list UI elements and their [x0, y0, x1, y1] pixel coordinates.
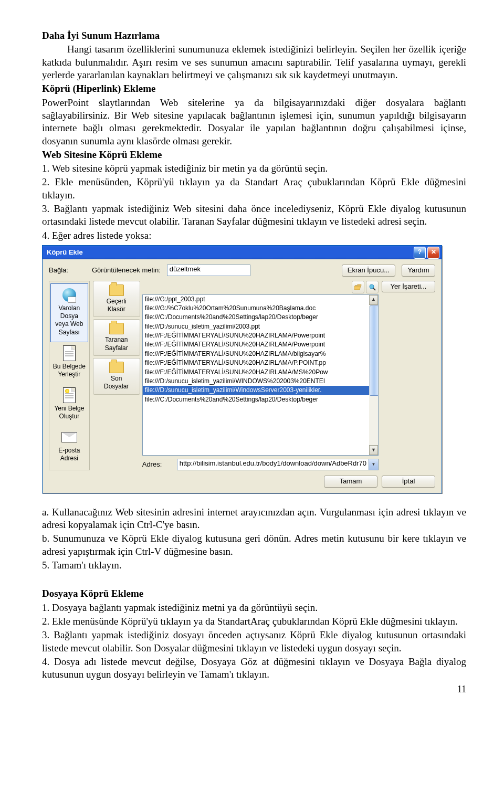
- nav-new-label: Yeni Belge Oluştur: [51, 405, 87, 421]
- list-item-b: b. Sunumunuza ve Köprü Ekle diyalog kutu…: [42, 532, 466, 558]
- file-list-row[interactable]: file:///G:/ppt_2003.ppt: [143, 295, 369, 304]
- ok-button[interactable]: Tamam: [324, 476, 377, 488]
- file-list-row[interactable]: file:///C:/Documents%20and%20Settings/la…: [143, 395, 369, 404]
- list-item-4: 4. Eğer adres listede yoksa:: [42, 229, 466, 242]
- nav-existing-label: Varolan Dosya veya Web Sayfası: [52, 304, 87, 336]
- heading-web-link: Web Sitesine Köprü Ekleme: [42, 149, 466, 161]
- bookmark-button[interactable]: Yer İşareti...: [382, 281, 435, 293]
- file-list-row[interactable]: file:///C:/Documents%20and%20Settings/la…: [143, 313, 369, 322]
- heading-better-presentation: Daha İyi Sunum Hazırlama: [42, 29, 466, 42]
- scroll-thumb[interactable]: [370, 305, 379, 396]
- file-list-row[interactable]: file:///F:/EĞİTİMMATERYALİ/SUNU%20HAZIRL…: [143, 331, 369, 340]
- current-folder-button[interactable]: Geçerli Klasör: [93, 281, 140, 318]
- help-text-button[interactable]: Yardım: [402, 265, 435, 277]
- globe-icon: [62, 288, 76, 302]
- link-to-label: Bağla:: [49, 266, 86, 275]
- address-dropdown-arrow[interactable]: ▼: [369, 459, 379, 470]
- file-list-row[interactable]: file:///F:/EĞİTİMMATERYALİ/SUNU%20HAZIRL…: [143, 358, 369, 367]
- file-list-item-2: 2. Ekle menüsünde Köprü'yü tıklayın ya d…: [42, 615, 466, 628]
- nav-email-label: E-posta Adresi: [51, 447, 87, 463]
- look-in-bar: Geçerli Klasör Taranan Sayfalar Son Dosy…: [93, 281, 140, 471]
- list-item-2: 2. Ekle menüsünden, Köprü'yü tıklayın ya…: [42, 176, 466, 202]
- scrollbar[interactable]: ▲ ▼: [369, 295, 378, 456]
- browse-file-button[interactable]: [352, 281, 364, 293]
- browse-web-button[interactable]: [366, 281, 379, 293]
- folder-open-icon: [354, 284, 362, 290]
- para-intro: Hangi tasarım özelliklerini sunumunuza e…: [42, 43, 466, 81]
- scroll-up-icon[interactable]: ▲: [369, 295, 378, 305]
- title-bar: Köprü Ekle ? ✕: [43, 246, 442, 259]
- address-input[interactable]: http://bilisim.istanbul.edu.tr/body1/dow…: [177, 459, 369, 470]
- svg-point-0: [370, 284, 374, 289]
- cancel-button[interactable]: İptal: [382, 476, 435, 488]
- display-text-label: Görüntülenecek metin:: [92, 266, 161, 275]
- page-number: 11: [42, 683, 466, 695]
- file-list-row[interactable]: file:///F:/EĞİTİMMATERYALİ/SUNU%20HAZIRL…: [143, 350, 369, 358]
- page-icon: [63, 345, 76, 361]
- svg-line-1: [373, 288, 375, 290]
- recent-files-label: Son Dosyalar: [104, 375, 129, 391]
- nav-place-label: Bu Belgede Yerleştir: [51, 363, 87, 379]
- dialog-title: Köprü Ekle: [47, 248, 83, 257]
- heading-file-link: Dosyaya Köprü Ekleme: [42, 587, 466, 600]
- file-list-row[interactable]: file:///F:/EĞİTİMMATERYALİ/SUNU%20HAZIRL…: [143, 368, 369, 377]
- recent-files-button[interactable]: Son Dosyalar: [93, 358, 140, 395]
- file-list-row[interactable]: file:///D:/sunucu_isletim_yazilimi/2003.…: [143, 322, 369, 331]
- file-list-row[interactable]: file:///D:/sunucu_isletim_yazilimi/Windo…: [143, 386, 369, 395]
- folder-icon: [109, 362, 124, 373]
- address-label: Adres:: [142, 460, 174, 469]
- folder-icon: [109, 323, 124, 334]
- para-hyperlink: PowerPoint slaytlarından Web sitelerine …: [42, 97, 466, 147]
- file-list-row[interactable]: file:///D:/sunucu_isletim_yazilimi/WINDO…: [143, 377, 369, 386]
- nav-existing-file[interactable]: Varolan Dosya veya Web Sayfası: [50, 283, 88, 342]
- file-list-item-1: 1. Dosyaya bağlantı yapmak istediğiniz m…: [42, 602, 466, 614]
- list-item-5: 5. Tamam'ı tıklayın.: [42, 559, 466, 572]
- help-button[interactable]: ?: [414, 247, 426, 259]
- nav-email[interactable]: E-posta Adresi: [50, 426, 88, 468]
- nav-place-in-doc[interactable]: Bu Belgede Yerleştir: [50, 342, 88, 384]
- file-list[interactable]: file:///G:/ppt_2003.pptfile:///G:/%C7okl…: [142, 294, 379, 456]
- close-button[interactable]: ✕: [427, 247, 439, 259]
- scroll-down-icon[interactable]: ▼: [369, 445, 378, 455]
- browsed-pages-label: Taranan Sayfalar: [105, 336, 128, 352]
- new-page-icon: [63, 387, 76, 403]
- file-list-item-4: 4. Dosya adı listede mevcut değilse, Dos…: [42, 656, 466, 681]
- nav-new-doc[interactable]: Yeni Belge Oluştur: [50, 384, 88, 426]
- browsed-pages-button[interactable]: Taranan Sayfalar: [93, 319, 140, 356]
- folder-icon: [109, 284, 124, 296]
- display-text-input[interactable]: düzeltmek: [167, 265, 251, 276]
- list-item-3: 3. Bağlantı yapmak istediğiniz Web sites…: [42, 203, 466, 228]
- heading-hyperlink-add: Köprü (Hiperlink) Ekleme: [42, 82, 466, 95]
- envelope-icon: [61, 432, 77, 442]
- file-list-row[interactable]: file:///F:/EĞİTİMMATERYALİ/SUNU%20HAZIRL…: [143, 340, 369, 349]
- link-to-bar: Varolan Dosya veya Web Sayfası Bu Belged…: [49, 281, 90, 471]
- file-list-item-3: 3. Bağlantı yapmak istediğiniz dosyayı ö…: [42, 629, 466, 655]
- hyperlink-dialog: Köprü Ekle ? ✕ Bağla: Görüntülenecek met…: [42, 245, 442, 493]
- current-folder-label: Geçerli Klasör: [107, 298, 127, 314]
- list-item-a: a. Kullanacağınız Web sitesinin adresini…: [42, 506, 466, 532]
- screen-tip-button[interactable]: Ekran İpucu...: [342, 265, 395, 277]
- file-list-row[interactable]: file:///G:/%C7oklu%20Ortam%20Sunumuna%20…: [143, 304, 369, 313]
- web-search-icon: [369, 283, 376, 291]
- list-item-1: 1. Web sitesine köprü yapmak istediğiniz…: [42, 162, 466, 175]
